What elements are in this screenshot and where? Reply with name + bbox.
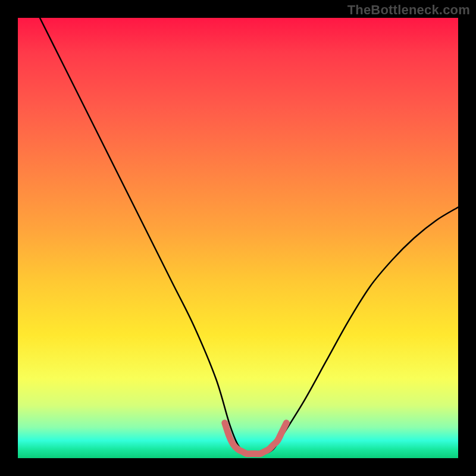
bottleneck-curve [40, 18, 458, 455]
chart-container: TheBottleneck.com [0, 0, 476, 476]
curve-overlay [18, 18, 458, 458]
watermark-text: TheBottleneck.com [347, 2, 470, 18]
valley-highlight [225, 423, 287, 454]
plot-area [18, 18, 458, 458]
